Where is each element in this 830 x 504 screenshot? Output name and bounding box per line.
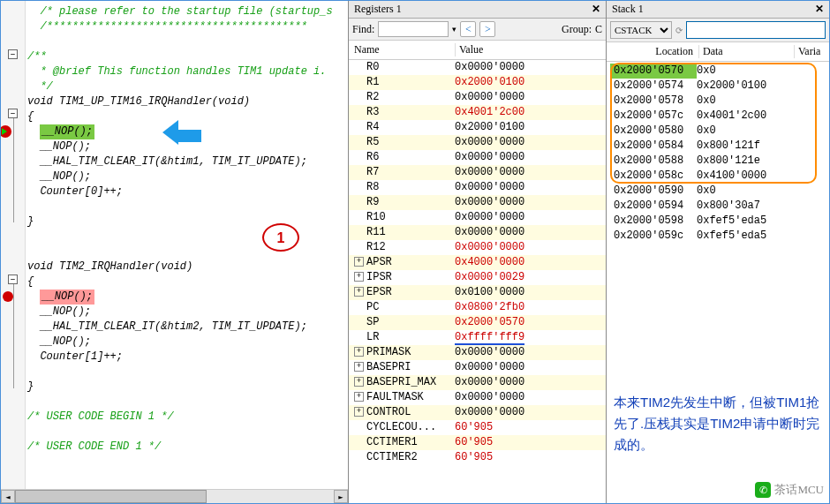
register-row[interactable]: R60x0000'0000	[349, 150, 606, 165]
stack-row[interactable]: 0x2000'05740x2000'0100	[610, 79, 826, 94]
stack-select[interactable]: CSTACK	[610, 21, 672, 39]
code-line[interactable]: }	[27, 214, 346, 229]
code-line[interactable]: */	[27, 79, 346, 94]
code-line[interactable]: Counter[1]++;	[27, 350, 346, 365]
breakpoint-icon[interactable]	[3, 291, 13, 302]
code-line[interactable]: __HAL_TIM_CLEAR_IT(&htim2, TIM_IT_UPDATE…	[27, 320, 346, 335]
code-line[interactable]: __NOP();	[27, 335, 346, 350]
stack-row[interactable]: 0x2000'05980xfef5'eda5	[610, 214, 826, 229]
scroll-left-icon[interactable]: ◄	[1, 490, 15, 503]
registers-list[interactable]: R00x0000'0000R10x2000'0100R20x0000'0000R…	[349, 60, 606, 503]
register-row[interactable]: R10x2000'0100	[349, 75, 606, 90]
col-name[interactable]: Name	[349, 43, 455, 56]
fold-icon[interactable]: −	[8, 275, 18, 284]
code-line[interactable]	[27, 199, 346, 214]
col-value[interactable]: Value	[455, 43, 606, 56]
stack-title-bar[interactable]: Stack 1 ✕	[607, 1, 829, 19]
col-variable[interactable]: Varia	[794, 45, 829, 58]
refresh-icon[interactable]: ⟳	[675, 26, 683, 35]
code-line[interactable]	[27, 34, 346, 49]
code-line[interactable]: void TIM2_IRQHandler(void)	[27, 260, 346, 275]
find-next-button[interactable]: >	[479, 21, 495, 37]
register-row[interactable]: SP0x2000'0570	[349, 315, 606, 330]
code-line[interactable]: __NOP();	[27, 169, 346, 184]
stack-list[interactable]: 0x2000'05700x00x2000'05740x2000'01000x20…	[607, 62, 829, 503]
scroll-thumb[interactable]	[15, 490, 207, 503]
register-row[interactable]: PC0x0800'2fb0	[349, 300, 606, 315]
address-input[interactable]	[686, 21, 826, 39]
code-line[interactable]	[27, 365, 346, 380]
stack-row[interactable]: 0x2000'05780x0	[610, 94, 826, 109]
register-row[interactable]: CYCLECOU...60'905	[349, 420, 606, 435]
stack-row[interactable]: 0x2000'059c0xfef5'eda5	[610, 229, 826, 244]
stack-row[interactable]: 0x2000'05940x800'30a7	[610, 199, 826, 214]
code-line[interactable]: void TIM1_UP_TIM16_IRQHandler(void)	[27, 94, 346, 109]
register-row[interactable]: +EPSR0x0100'0000	[349, 285, 606, 300]
code-line[interactable]: }	[27, 380, 346, 395]
fold-icon[interactable]: −	[8, 49, 18, 59]
register-row[interactable]: CCTIMER260'905	[349, 450, 606, 465]
stack-row[interactable]: 0x2000'05840x800'121f	[610, 139, 826, 154]
col-location[interactable]: Location	[607, 45, 698, 58]
scroll-right-icon[interactable]: ►	[334, 490, 348, 503]
register-row[interactable]: R00x0000'0000	[349, 60, 606, 75]
code-line[interactable]: /***************************************…	[27, 19, 346, 34]
register-row[interactable]: LR0xffff'fff9	[349, 330, 606, 345]
code-line[interactable]: * @brief This function handles TIM1 upda…	[27, 64, 346, 79]
register-row[interactable]: +FAULTMASK0x0000'0000	[349, 390, 606, 405]
code-line[interactable]	[27, 244, 346, 260]
expand-icon[interactable]: +	[354, 362, 364, 372]
breakpoint-current-icon[interactable]	[0, 125, 11, 138]
register-row[interactable]: R80x0000'0000	[349, 180, 606, 195]
expand-icon[interactable]: +	[354, 407, 364, 417]
close-icon[interactable]: ✕	[815, 3, 824, 16]
register-row[interactable]: +PRIMASK0x0000'0000	[349, 345, 606, 360]
registers-title-bar[interactable]: Registers 1 ✕	[349, 1, 606, 19]
register-row[interactable]: +BASEPRI0x0000'0000	[349, 360, 606, 375]
stack-row[interactable]: 0x2000'05880x800'121e	[610, 154, 826, 169]
stack-row[interactable]: 0x2000'05700x0	[610, 64, 826, 79]
stack-row[interactable]: 0x2000'058c0x4100'0000	[610, 169, 826, 184]
register-row[interactable]: CCTIMER160'905	[349, 435, 606, 450]
register-row[interactable]: R70x0000'0000	[349, 165, 606, 180]
stack-row[interactable]: 0x2000'05900x0	[610, 184, 826, 199]
register-row[interactable]: +APSR0x4000'0000	[349, 255, 606, 270]
close-icon[interactable]: ✕	[592, 3, 600, 16]
register-row[interactable]: +IPSR0x0000'0029	[349, 270, 606, 285]
code-line[interactable]	[27, 425, 346, 440]
col-data[interactable]: Data	[698, 45, 794, 58]
register-row[interactable]: +CONTROL0x0000'0000	[349, 405, 606, 420]
register-row[interactable]: R50x0000'0000	[349, 135, 606, 150]
register-row[interactable]: R120x0000'0000	[349, 240, 606, 255]
register-row[interactable]: R110x0000'0000	[349, 225, 606, 240]
code-line[interactable]: /* USER CODE END 1 */	[27, 440, 346, 455]
code-line[interactable]: {	[27, 109, 346, 124]
expand-icon[interactable]: +	[354, 272, 364, 282]
code-line[interactable]: {	[27, 275, 346, 290]
code-line[interactable]: /* please refer to the startup file (sta…	[27, 4, 346, 19]
expand-icon[interactable]: +	[354, 287, 364, 297]
code-line[interactable]: __NOP();	[27, 290, 346, 305]
group-value[interactable]: C	[595, 23, 602, 36]
expand-icon[interactable]: +	[354, 392, 364, 402]
code-line[interactable]: /**	[27, 49, 346, 64]
stack-row[interactable]: 0x2000'05800x0	[610, 124, 826, 139]
expand-icon[interactable]: +	[354, 257, 364, 267]
expand-icon[interactable]: +	[354, 347, 364, 357]
stack-row[interactable]: 0x2000'057c0x4001'2c00	[610, 109, 826, 124]
find-prev-button[interactable]: <	[460, 21, 476, 37]
register-row[interactable]: R40x2000'0100	[349, 120, 606, 135]
horizontal-scrollbar[interactable]: ◄ ►	[1, 489, 348, 503]
expand-icon[interactable]: +	[354, 377, 364, 387]
register-row[interactable]: R30x4001'2c00	[349, 105, 606, 120]
find-input[interactable]	[378, 21, 449, 37]
fold-icon[interactable]: −	[8, 109, 18, 118]
code-line[interactable]: Counter[0]++;	[27, 184, 346, 199]
code-line[interactable]: /* USER CODE BEGIN 1 */	[27, 410, 346, 425]
register-row[interactable]: R20x0000'0000	[349, 90, 606, 105]
register-row[interactable]: +BASEPRI_MAX0x0000'0000	[349, 375, 606, 390]
register-row[interactable]: R90x0000'0000	[349, 195, 606, 210]
code-line[interactable]	[27, 395, 346, 410]
code-body[interactable]: 1 /* please refer to the startup file (s…	[26, 1, 348, 503]
code-line[interactable]: __HAL_TIM_CLEAR_IT(&htim1, TIM_IT_UPDATE…	[27, 154, 346, 169]
